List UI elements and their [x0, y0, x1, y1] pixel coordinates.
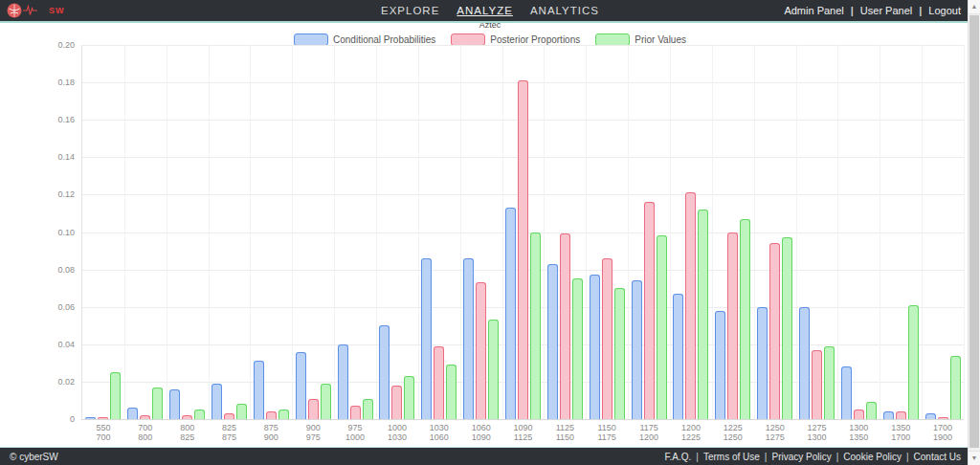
bar-posterior-proportions[interactable] — [434, 346, 444, 419]
x-gridline — [712, 45, 713, 419]
bar-conditional-probabilities[interactable] — [632, 280, 642, 419]
x-gridline — [670, 45, 671, 419]
bar-posterior-proportions[interactable] — [938, 417, 948, 419]
bar-prior-values[interactable] — [782, 237, 792, 419]
x-gridline — [880, 45, 880, 419]
bar-prior-values[interactable] — [698, 210, 708, 419]
y-axis-tick-label: 0 — [44, 414, 75, 424]
nav-link-logout[interactable]: Logout — [928, 5, 961, 16]
y-axis-tick-label: 0.08 — [44, 265, 75, 275]
bar-prior-values[interactable] — [363, 399, 373, 420]
bar-posterior-proportions[interactable] — [602, 258, 612, 419]
bar-prior-values[interactable] — [530, 232, 541, 420]
bar-prior-values[interactable] — [950, 356, 961, 419]
bar-posterior-proportions[interactable] — [560, 233, 570, 419]
bar-conditional-probabilities[interactable] — [127, 408, 138, 419]
bar-posterior-proportions[interactable] — [518, 80, 528, 419]
bar-conditional-probabilities[interactable] — [925, 413, 936, 419]
footer-link-separator: | — [765, 452, 768, 462]
bar-prior-values[interactable] — [404, 376, 414, 419]
bar-prior-values[interactable] — [278, 410, 289, 419]
bar-conditional-probabilities[interactable] — [379, 325, 390, 419]
bar-prior-values[interactable] — [194, 410, 205, 419]
bar-prior-values[interactable] — [908, 305, 919, 419]
bar-conditional-probabilities[interactable] — [715, 311, 725, 419]
x-gridline — [502, 45, 503, 419]
bar-posterior-proportions[interactable] — [644, 202, 655, 419]
bar-posterior-proportions[interactable] — [769, 243, 780, 419]
footer-link-cookie-policy[interactable]: Cookie Policy — [843, 452, 902, 462]
bar-posterior-proportions[interactable] — [182, 415, 192, 419]
top-navbar: SW EXPLORE ANALYZE ANALYTICS Admin Panel… — [0, 0, 980, 21]
footer-link-f-a-q[interactable]: F.A.Q. — [665, 452, 692, 462]
bar-prior-values[interactable] — [321, 384, 331, 419]
footer-link-contact-us[interactable]: Contact Us — [914, 452, 961, 462]
x-gridline — [334, 45, 335, 419]
footer-link-separator: | — [696, 452, 699, 462]
bar-conditional-probabilities[interactable] — [296, 352, 306, 419]
bar-posterior-proportions[interactable] — [140, 415, 150, 419]
bar-conditional-probabilities[interactable] — [590, 275, 600, 419]
y-axis-tick-label: 0.20 — [44, 40, 75, 50]
scrollbar-thumb[interactable] — [969, 15, 979, 448]
bar-prior-values[interactable] — [572, 278, 583, 419]
bar-posterior-proportions[interactable] — [685, 192, 696, 419]
bar-posterior-proportions[interactable] — [854, 410, 864, 419]
bar-prior-values[interactable] — [614, 288, 625, 419]
bar-conditional-probabilities[interactable] — [505, 208, 516, 419]
bar-prior-values[interactable] — [488, 320, 499, 419]
bar-posterior-proportions[interactable] — [391, 386, 402, 419]
bar-prior-values[interactable] — [236, 404, 247, 419]
x-gridline — [376, 45, 377, 419]
scrollbar-up-arrow-icon[interactable]: ▲ — [969, 0, 980, 14]
bar-prior-values[interactable] — [740, 219, 750, 419]
bar-conditional-probabilities[interactable] — [463, 258, 474, 419]
x-gridline — [250, 45, 251, 419]
footer-link-separator: | — [836, 452, 839, 462]
bar-conditional-probabilities[interactable] — [254, 361, 264, 419]
bar-conditional-probabilities[interactable] — [883, 411, 894, 419]
bar-conditional-probabilities[interactable] — [421, 258, 432, 419]
bar-conditional-probabilities[interactable] — [841, 366, 852, 419]
nav-item-explore[interactable]: EXPLORE — [381, 5, 439, 16]
bar-conditional-probabilities[interactable] — [547, 264, 558, 419]
x-gridline — [292, 45, 293, 419]
bar-posterior-proportions[interactable] — [350, 406, 361, 419]
bar-prior-values[interactable] — [657, 235, 667, 419]
vertical-scrollbar[interactable]: ▲ ▼ — [968, 0, 980, 465]
bar-posterior-proportions[interactable] — [812, 350, 822, 419]
bar-prior-values[interactable] — [824, 346, 835, 419]
x-gridline — [124, 45, 125, 419]
scrollbar-down-arrow-icon[interactable]: ▼ — [969, 451, 980, 465]
bar-prior-values[interactable] — [152, 388, 163, 419]
x-gridline — [544, 45, 545, 419]
nav-item-analytics[interactable]: ANALYTICS — [530, 5, 599, 16]
legend-label: Posterior Proportions — [490, 34, 580, 45]
footer-link-terms-of-use[interactable]: Terms of Use — [703, 452, 760, 462]
bar-prior-values[interactable] — [446, 365, 457, 419]
bar-posterior-proportions[interactable] — [476, 282, 486, 419]
bar-conditional-probabilities[interactable] — [757, 307, 768, 419]
bar-conditional-probabilities[interactable] — [169, 389, 180, 419]
bar-conditional-probabilities[interactable] — [799, 307, 810, 419]
nav-link-admin-panel[interactable]: Admin Panel — [784, 5, 843, 16]
x-gridline — [837, 45, 838, 419]
bar-conditional-probabilities[interactable] — [212, 384, 222, 419]
bar-conditional-probabilities[interactable] — [338, 344, 348, 419]
bar-prior-values[interactable] — [866, 402, 877, 419]
bar-posterior-proportions[interactable] — [266, 411, 277, 419]
bar-conditional-probabilities[interactable] — [85, 417, 96, 419]
nav-link-separator: | — [919, 5, 922, 16]
bar-posterior-proportions[interactable] — [727, 232, 738, 420]
bar-posterior-proportions[interactable] — [98, 417, 108, 419]
footer-link-privacy-policy[interactable]: Privacy Policy — [771, 452, 831, 462]
nav-item-analyze[interactable]: ANALYZE — [457, 5, 513, 16]
bar-prior-values[interactable] — [110, 372, 121, 419]
x-gridline — [586, 45, 587, 419]
bar-posterior-proportions[interactable] — [224, 413, 234, 419]
nav-link-user-panel[interactable]: User Panel — [860, 5, 912, 16]
bar-posterior-proportions[interactable] — [308, 399, 319, 420]
account-links: Admin Panel|User Panel|Logout — [784, 5, 961, 16]
bar-conditional-probabilities[interactable] — [673, 294, 683, 419]
bar-posterior-proportions[interactable] — [896, 411, 906, 419]
